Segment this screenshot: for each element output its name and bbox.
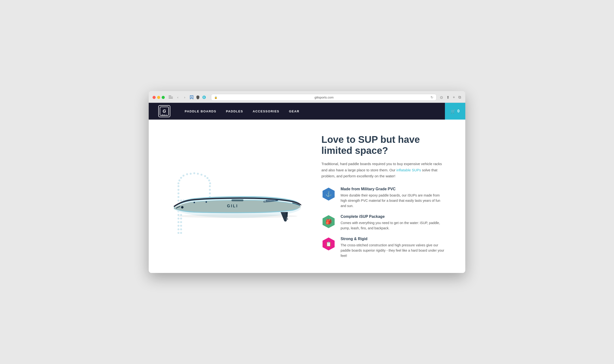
- toolbar-icons: G: [190, 95, 206, 99]
- svg-text:⚓: ⚓: [326, 191, 332, 197]
- svg-point-65: [177, 214, 297, 218]
- main-content: .dot{fill:#b0d8e8;opacity:0.6}: [149, 120, 465, 273]
- nav-links: PADDLE BOARDS PADDLES ACCESSORIES GEAR: [185, 109, 445, 113]
- feature-title-military: Made from Military Grade PVC: [341, 187, 446, 191]
- svg-point-55: [177, 228, 179, 230]
- forward-button[interactable]: ›: [183, 95, 187, 100]
- profile-button[interactable]: ⊙: [439, 95, 443, 100]
- browser-actions: ⊙ ⬆ + ⧉: [439, 95, 462, 100]
- feature-title-rigid: Strong & Rigid: [341, 237, 446, 241]
- minimize-button[interactable]: [157, 96, 160, 99]
- website-content: G GILI PADDLE BOARDS PADDLES ACCESSORIES…: [149, 103, 465, 273]
- svg-point-54: [180, 225, 182, 227]
- bookmark-icon[interactable]: [190, 95, 194, 99]
- nav-paddle-boards[interactable]: PADDLE BOARDS: [185, 109, 216, 113]
- share-button[interactable]: ⬆: [446, 95, 450, 100]
- paddleboard-image: GILI: [170, 179, 305, 223]
- svg-point-10: [197, 173, 199, 175]
- feature-text-rigid: Strong & Rigid The cross-stitched constr…: [341, 237, 446, 259]
- svg-point-56: [180, 228, 182, 230]
- feature-military-grade: ⚓ Made from Military Grade PVC More dura…: [321, 187, 446, 209]
- svg-point-8: [190, 173, 192, 175]
- nav-accessories[interactable]: ACCESSORIES: [253, 109, 279, 113]
- cart-button[interactable]: 🛒 0: [445, 103, 465, 120]
- image-section: .dot{fill:#b0d8e8;opacity:0.6}: [168, 169, 307, 223]
- svg-point-12: [204, 175, 206, 177]
- feature-icon-package: 🎒: [321, 214, 336, 229]
- tabs-button[interactable]: ⧉: [458, 95, 462, 100]
- svg-text:GILI: GILI: [227, 204, 238, 208]
- sidebar-toggle-button[interactable]: [169, 96, 173, 99]
- svg-text:G: G: [163, 109, 166, 114]
- feature-icon-rigid: 📋: [321, 237, 336, 251]
- feature-title-package: Complete iSUP Package: [341, 214, 446, 219]
- feature-desc-package: Comes with everything you need to get on…: [341, 220, 446, 231]
- svg-point-58: [180, 232, 182, 234]
- close-button[interactable]: [152, 96, 156, 99]
- feature-icon-military: ⚓: [321, 187, 336, 201]
- svg-point-18: [180, 177, 182, 179]
- refresh-icon[interactable]: G: [202, 95, 206, 99]
- nav-gear[interactable]: GEAR: [289, 109, 300, 113]
- cart-count: 0: [457, 109, 460, 113]
- svg-point-17: [182, 175, 184, 177]
- text-section: Love to SUP but have limited space? Trad…: [321, 134, 446, 259]
- new-tab-button[interactable]: +: [452, 95, 455, 100]
- traffic-lights: [152, 96, 165, 99]
- address-bar[interactable]: 🔒 gilisports.com ↻: [211, 94, 436, 101]
- feature-desc-rigid: The cross-stitched construction and high…: [341, 243, 446, 259]
- back-button[interactable]: ‹: [176, 95, 180, 100]
- logo-box: G GILI: [158, 105, 170, 117]
- main-description: Traditional, hard paddle boards required…: [321, 161, 446, 179]
- svg-text:📋: 📋: [326, 241, 332, 247]
- svg-point-62: [193, 202, 195, 203]
- nav-paddles[interactable]: PADDLES: [226, 109, 243, 113]
- svg-point-64: [181, 206, 183, 208]
- navigation: G GILI PADDLE BOARDS PADDLES ACCESSORIES…: [149, 103, 465, 120]
- shield-icon: [196, 95, 200, 99]
- svg-rect-61: [232, 199, 244, 201]
- svg-point-9: [193, 172, 195, 174]
- svg-point-53: [177, 225, 179, 227]
- browser-titlebar: ‹ › G �: [149, 91, 465, 103]
- lock-icon: 🔒: [214, 96, 218, 99]
- logo[interactable]: G GILI: [158, 105, 170, 117]
- browser-window: ‹ › G �: [149, 91, 465, 273]
- feature-text-military: Made from Military Grade PVC More durabl…: [341, 187, 446, 209]
- svg-text:G: G: [203, 96, 205, 99]
- features-list: ⚓ Made from Military Grade PVC More dura…: [321, 187, 446, 259]
- svg-point-57: [177, 232, 179, 234]
- svg-point-63: [205, 201, 207, 203]
- feature-complete-package: 🎒 Complete iSUP Package Comes with every…: [321, 214, 446, 231]
- main-heading: Love to SUP but have limited space?: [321, 134, 446, 156]
- svg-point-13: [206, 177, 208, 179]
- url-display: gilisports.com: [219, 96, 429, 99]
- svg-text:GILI: GILI: [162, 114, 167, 116]
- maximize-button[interactable]: [162, 96, 165, 99]
- feature-strong-rigid: 📋 Strong & Rigid The cross-stitched cons…: [321, 237, 446, 259]
- inflatable-sups-link[interactable]: inflatable SUPs: [396, 168, 421, 172]
- svg-text:🎒: 🎒: [326, 219, 332, 225]
- reload-icon[interactable]: ↻: [431, 95, 433, 99]
- feature-text-package: Complete iSUP Package Comes with everyth…: [341, 214, 446, 231]
- svg-point-11: [201, 174, 203, 176]
- svg-point-7: [186, 173, 188, 175]
- feature-desc-military: More durable their epoxy paddle boards, …: [341, 193, 446, 209]
- cart-icon: 🛒: [451, 109, 455, 114]
